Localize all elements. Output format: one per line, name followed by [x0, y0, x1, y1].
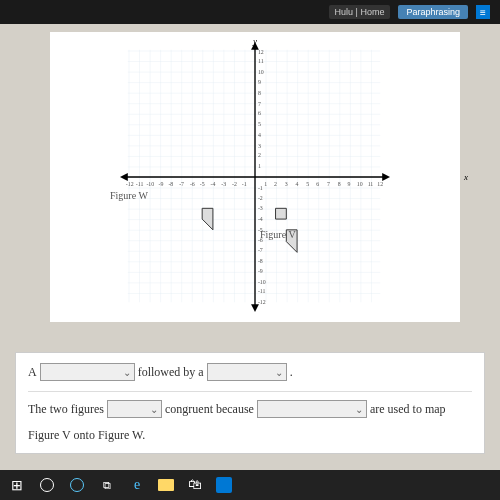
text-followed: followed by a	[138, 365, 204, 380]
grid-svg: 123 456 789 101112 -1-2-3 -4-5-6 -7-8-9 …	[58, 40, 452, 314]
svg-text:3: 3	[258, 143, 261, 149]
svg-text:-5: -5	[200, 181, 205, 187]
search-icon[interactable]	[38, 476, 56, 494]
y-axis-label: y	[253, 36, 257, 46]
sentence-3: Figure V onto Figure W.	[28, 428, 472, 443]
svg-text:6: 6	[258, 110, 261, 116]
svg-text:-6: -6	[190, 181, 195, 187]
svg-text:-10: -10	[146, 181, 154, 187]
tab-paraphrasing[interactable]: Paraphrasing	[398, 5, 468, 19]
svg-text:-7: -7	[258, 247, 263, 253]
sentence-1: A followed by a .	[28, 363, 472, 381]
dropdown-transform-1[interactable]	[40, 363, 135, 381]
svg-text:2: 2	[274, 181, 277, 187]
svg-text:10: 10	[258, 69, 264, 75]
svg-text:3: 3	[285, 181, 288, 187]
svg-text:-12: -12	[258, 299, 266, 305]
svg-text:1: 1	[264, 181, 267, 187]
svg-text:7: 7	[258, 101, 261, 107]
svg-text:-4: -4	[258, 216, 263, 222]
svg-text:-7: -7	[179, 181, 184, 187]
svg-text:5: 5	[306, 181, 309, 187]
divider	[28, 391, 472, 392]
dropdown-transform-2[interactable]	[207, 363, 287, 381]
text-onto: Figure V onto Figure W.	[28, 428, 145, 443]
svg-text:1: 1	[258, 163, 261, 169]
svg-text:4: 4	[258, 132, 261, 138]
svg-text:8: 8	[258, 90, 261, 96]
svg-text:-3: -3	[221, 181, 226, 187]
svg-text:-9: -9	[258, 268, 263, 274]
svg-marker-5	[120, 173, 128, 181]
tab-hulu[interactable]: Hulu | Home	[329, 5, 391, 19]
svg-text:-1: -1	[258, 185, 263, 191]
svg-text:-11: -11	[258, 288, 266, 294]
windows-taskbar[interactable]: ⊞ ⧉ e 🛍	[0, 470, 500, 500]
svg-text:-12: -12	[126, 181, 134, 187]
figure-v-label: Figure V	[260, 229, 296, 240]
svg-text:-10: -10	[258, 279, 266, 285]
figure-w-label: Figure W	[110, 190, 148, 201]
extension-icon[interactable]: ≡	[476, 5, 490, 19]
svg-text:-8: -8	[168, 181, 173, 187]
question-panel: A followed by a . The two figures congru…	[15, 352, 485, 454]
text-two-figures: The two figures	[28, 402, 104, 417]
svg-text:-3: -3	[258, 205, 263, 211]
cortana-icon[interactable]	[68, 476, 86, 494]
svg-text:-4: -4	[210, 181, 215, 187]
text-period: .	[290, 365, 293, 380]
svg-marker-6	[382, 173, 390, 181]
svg-text:11: 11	[258, 58, 264, 64]
svg-rect-0	[128, 50, 380, 302]
explorer-icon[interactable]	[158, 479, 174, 491]
edge-icon[interactable]: e	[128, 476, 146, 494]
svg-text:12: 12	[377, 181, 383, 187]
svg-text:12: 12	[258, 49, 264, 55]
svg-text:2: 2	[258, 152, 261, 158]
sentence-2: The two figures congruent because are us…	[28, 400, 472, 418]
coordinate-graph: y x 123 456 789 101112 -1-2-3 -4-5-6 -7-…	[50, 32, 460, 322]
svg-text:8: 8	[338, 181, 341, 187]
svg-text:10: 10	[357, 181, 363, 187]
task-view-icon[interactable]: ⧉	[98, 476, 116, 494]
svg-marker-4	[251, 304, 259, 312]
svg-text:-1: -1	[242, 181, 247, 187]
app-icon[interactable]	[216, 477, 232, 493]
dropdown-reason[interactable]	[257, 400, 367, 418]
svg-text:-2: -2	[232, 181, 237, 187]
start-icon[interactable]: ⊞	[8, 476, 26, 494]
svg-text:-2: -2	[258, 195, 263, 201]
svg-text:9: 9	[258, 79, 261, 85]
x-axis-label: x	[464, 172, 468, 182]
text-used-map: are used to map	[370, 402, 446, 417]
text-congruent: congruent because	[165, 402, 254, 417]
svg-text:4: 4	[296, 181, 299, 187]
svg-text:9: 9	[347, 181, 350, 187]
svg-text:-9: -9	[159, 181, 164, 187]
svg-text:6: 6	[316, 181, 319, 187]
svg-text:11: 11	[368, 181, 374, 187]
svg-text:-8: -8	[258, 258, 263, 264]
svg-text:7: 7	[327, 181, 330, 187]
text-a: A	[28, 365, 37, 380]
svg-text:-11: -11	[136, 181, 144, 187]
dropdown-are[interactable]	[107, 400, 162, 418]
svg-marker-56	[276, 208, 287, 219]
browser-tabs-bar: Hulu | Home Paraphrasing ≡	[0, 0, 500, 24]
store-icon[interactable]: 🛍	[186, 476, 204, 494]
svg-text:5: 5	[258, 121, 261, 127]
